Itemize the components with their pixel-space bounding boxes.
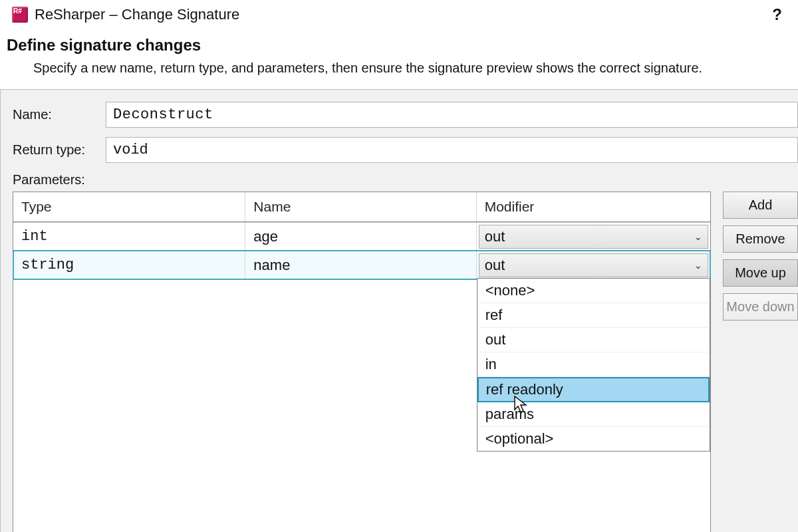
modifier-option[interactable]: in [477,352,710,377]
param-0-modifier-cell[interactable]: out ⌄ [477,223,710,251]
chevron-down-icon: ⌄ [694,260,702,271]
heading-title: Define signature changes [7,36,798,55]
col-header-name[interactable]: Name [245,192,476,221]
titlebar: ReSharper – Change Signature ? [0,0,798,27]
modifier-option[interactable]: <optional> [477,427,710,451]
col-header-type[interactable]: Type [13,192,245,221]
param-0-type[interactable]: int [13,223,245,251]
window-title: ReSharper – Change Signature [35,6,239,23]
param-1-modifier-cell[interactable]: out ⌄ [477,251,710,279]
label-parameters: Parameters: [13,172,798,188]
label-return-type: Return type: [13,142,106,158]
param-1-modifier-combo[interactable]: out ⌄ [479,253,708,277]
modifier-option[interactable]: ref [477,303,710,328]
label-name: Name: [13,107,106,122]
input-name[interactable]: Deconstruct [106,102,798,128]
app-icon [12,7,28,23]
modifier-dropdown[interactable]: <none>refoutinref readonlyparams<optiona… [477,278,710,452]
modifier-option[interactable]: <none> [477,279,710,303]
param-1-type[interactable]: string [13,251,245,279]
add-button[interactable]: Add [723,192,798,219]
param-0-modifier-value: out [485,228,505,245]
modifier-option[interactable]: out [477,328,710,352]
heading-desc: Specify a new name, return type, and par… [33,59,798,77]
move-up-button[interactable]: Move up [723,259,798,287]
input-return-type[interactable]: void [106,137,798,163]
row-name: Name: Deconstruct [13,102,798,128]
param-0-modifier-combo[interactable]: out ⌄ [479,225,708,249]
param-row-0[interactable]: int age out ⌄ [13,222,710,251]
param-1-name[interactable]: name [245,251,476,279]
param-row-1[interactable]: string name out ⌄ [13,251,710,279]
param-0-name[interactable]: age [245,223,476,251]
grid-header-row: Type Name Modifier [13,192,710,222]
titlebar-left: ReSharper – Change Signature [12,6,239,23]
section-heading: Define signature changes Specify a new n… [0,27,798,77]
col-header-modifier[interactable]: Modifier [477,192,710,221]
chevron-down-icon: ⌄ [694,231,702,242]
button-column: Add Remove Move up Move down [723,192,798,321]
move-down-button[interactable]: Move down [723,293,798,321]
modifier-option[interactable]: ref readonly [477,377,710,402]
modifier-option[interactable]: params [477,402,710,427]
row-return-type: Return type: void [13,137,798,163]
remove-button[interactable]: Remove [723,225,798,253]
param-1-modifier-value: out [485,257,505,274]
help-button[interactable]: ? [768,5,786,24]
